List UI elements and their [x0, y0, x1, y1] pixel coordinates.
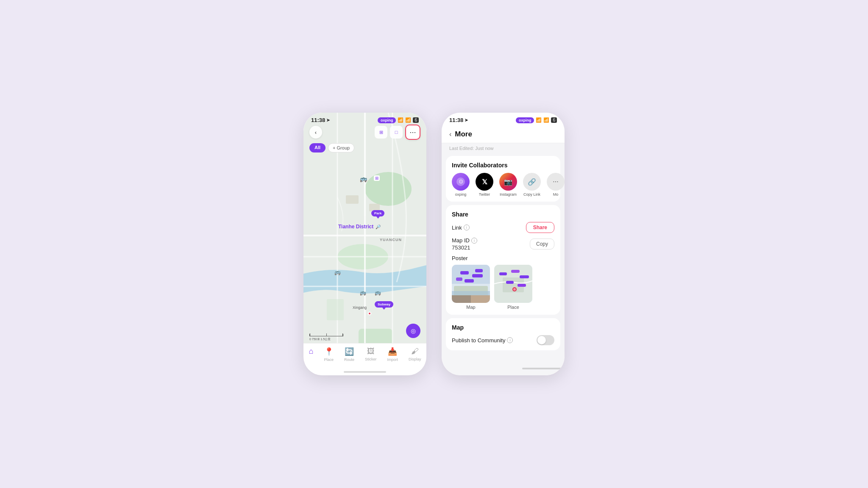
publish-label: Publish to Community i: [452, 337, 513, 344]
svg-rect-20: [472, 274, 483, 277]
oxping-icon: 𝕆: [452, 173, 470, 191]
more-title: More: [455, 130, 472, 139]
poster-item-place[interactable]: Place: [494, 265, 532, 310]
left-status-bar: 11:38 ➤ oxping 📶 📶 6: [303, 113, 426, 125]
share-link-row: Link i Share: [452, 222, 554, 233]
map-top-bar: ‹ ⊞ □ ···: [303, 125, 426, 140]
invite-label-more: Mo: [553, 192, 559, 197]
map-transit-icon-1: 🚌: [360, 175, 367, 182]
map-container: 11:38 ➤ oxping 📶 📶 6 ‹ ⊞ □ ···: [303, 113, 426, 375]
invite-label-instagram: Instagram: [500, 192, 517, 197]
route-icon: 🔄: [345, 347, 354, 356]
svg-rect-25: [471, 295, 490, 303]
invite-item-oxping[interactable]: 𝕆 oxping: [452, 173, 470, 197]
more-content: Invite Collaborators 𝕆 oxping: [442, 152, 565, 369]
invite-section-title: Invite Collaborators: [452, 162, 554, 169]
map-transit-icon-3: 🚌: [375, 290, 381, 296]
twitter-icon: 𝕏: [476, 173, 493, 191]
svg-rect-29: [499, 272, 507, 275]
svg-rect-22: [456, 277, 462, 281]
link-info-icon[interactable]: i: [464, 225, 470, 230]
svg-point-35: [513, 288, 516, 291]
map-transit-icon-2: 🚌: [360, 290, 366, 296]
sticker-icon: 🖼: [367, 347, 375, 356]
right-home-indicator: [522, 368, 565, 369]
poster-place-label: Place: [507, 305, 519, 310]
svg-rect-33: [517, 284, 526, 287]
copy-button[interactable]: Copy: [530, 238, 554, 250]
right-status-time: 11:38 ➤: [449, 117, 468, 123]
publish-toggle[interactable]: [537, 335, 554, 345]
map-id-value: 753021: [452, 244, 477, 251]
svg-text:𝕆: 𝕆: [459, 179, 463, 185]
map-transit-icon-4: 🚌: [334, 269, 341, 275]
map-publish-card: Map Publish to Community i: [446, 318, 560, 350]
svg-rect-24: [452, 295, 471, 303]
more-back-button[interactable]: ‹: [449, 130, 451, 138]
invite-item-instagram[interactable]: 📷 Instagram: [499, 173, 517, 197]
toggle-knob: [537, 336, 546, 344]
filter-group-button[interactable]: + Group: [328, 143, 354, 152]
instagram-icon: 📷: [499, 173, 517, 191]
map-bottom-nav: ⌂ 📍 Place 🔄 Route 🖼 Sticker 📥 Import: [303, 343, 426, 375]
left-status-icons: oxping 📶 📶 6: [378, 117, 419, 123]
mapid-info-icon[interactable]: i: [471, 238, 477, 244]
poster-thumb-map: [452, 265, 490, 303]
poster-section: Poster: [452, 255, 554, 310]
import-icon: 📥: [388, 347, 397, 356]
invite-item-copylink[interactable]: 🔗 Copy Link: [523, 173, 541, 197]
svg-rect-12: [327, 299, 344, 320]
map-label-yuancun: YUANCUN: [380, 238, 402, 242]
map-pin-park: Park: [371, 210, 384, 216]
map-location-button[interactable]: ◎: [406, 324, 420, 338]
copylink-icon: 🔗: [523, 173, 541, 191]
invite-label-twitter: Twitter: [479, 192, 490, 197]
nav-item-place[interactable]: 📍 Place: [324, 347, 334, 362]
display-icon: 🖌: [411, 347, 419, 356]
right-status-icons: oxping 📶 📶 6: [516, 117, 557, 123]
more-header: ‹ More: [442, 125, 565, 143]
more-panel: 11:38 ➤ oxping 📶 📶 6 ‹ More Last Edited:…: [442, 113, 565, 375]
poster-thumb-place: [494, 265, 532, 303]
publish-info-icon[interactable]: i: [507, 337, 513, 343]
map-more-button[interactable]: ···: [405, 125, 420, 140]
nav-item-home[interactable]: ⌂: [309, 347, 314, 356]
nav-item-display[interactable]: 🖌 Display: [409, 347, 421, 361]
invite-label-copylink: Copy Link: [523, 192, 540, 197]
left-oxping-badge: oxping: [378, 117, 396, 123]
svg-rect-21: [465, 279, 474, 283]
map-icon-button-2[interactable]: □: [390, 126, 403, 139]
poster-label: Poster: [452, 255, 554, 261]
nav-item-import[interactable]: 📥 Import: [387, 347, 398, 362]
right-oxping-badge: oxping: [516, 117, 534, 123]
filter-all-button[interactable]: All: [309, 143, 326, 152]
map-label-xingang: Xingang: [353, 305, 367, 310]
nav-item-sticker[interactable]: 🖼 Sticker: [365, 347, 377, 361]
place-icon: 📍: [324, 347, 334, 356]
svg-rect-32: [506, 281, 514, 284]
svg-rect-31: [520, 275, 529, 278]
map-icon-button-1[interactable]: ⊞: [375, 126, 387, 139]
map-scale-bar: 0 750米 1.5公里: [309, 334, 343, 341]
poster-row: Map: [452, 265, 554, 310]
svg-rect-23: [475, 269, 483, 272]
map-section-title: Map: [452, 324, 554, 331]
last-edited: Last Edited: Just now: [442, 143, 565, 152]
share-section-title: Share: [452, 211, 554, 218]
invite-collaborators-card: Invite Collaborators 𝕆 oxping: [446, 156, 560, 202]
left-status-time: 11:38 ➤: [311, 117, 330, 123]
map-back-button[interactable]: ‹: [309, 126, 322, 139]
right-phone: 11:38 ➤ oxping 📶 📶 6 ‹ More Last Edited:…: [442, 113, 565, 375]
poster-map-label: Map: [466, 305, 475, 310]
map-transit-label-1: ⊞: [374, 175, 380, 181]
share-button[interactable]: Share: [526, 222, 554, 233]
nav-item-route[interactable]: 🔄 Route: [344, 347, 354, 362]
map-pin-subway: Subway: [375, 301, 393, 308]
invite-item-twitter[interactable]: 𝕏 Twitter: [476, 173, 493, 197]
main-container: 11:38 ➤ oxping 📶 📶 6 ‹ ⊞ □ ···: [287, 96, 581, 392]
publish-row: Publish to Community i: [452, 335, 554, 345]
more-icon: ···: [547, 173, 565, 191]
invite-item-more[interactable]: ··· Mo: [547, 173, 565, 197]
poster-item-map[interactable]: Map: [452, 265, 490, 310]
invite-row: 𝕆 oxping 𝕏 Twitter: [452, 173, 554, 197]
